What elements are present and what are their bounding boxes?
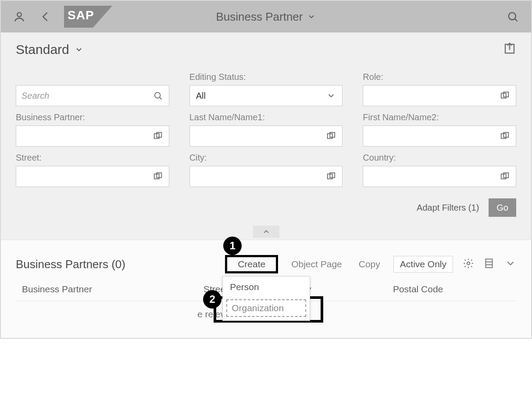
chevron-down-icon	[325, 89, 338, 102]
city-field: City:	[189, 153, 343, 187]
city-input-wrap	[189, 166, 343, 187]
user-icon[interactable]	[11, 9, 27, 25]
collapse-filterbar-button[interactable]	[253, 226, 279, 238]
street-input-wrap	[16, 166, 169, 187]
last-name-label: Last Name/Name1:	[189, 112, 343, 123]
country-label: Country:	[363, 153, 516, 163]
export-spreadsheet-icon	[484, 258, 495, 269]
chevron-up-icon	[262, 227, 271, 236]
shell-title-text: Business Partner	[216, 10, 303, 24]
export-menu-chevron[interactable]	[505, 258, 516, 271]
collapse-row	[1, 226, 531, 240]
first-name-label: First Name/Name2:	[363, 112, 516, 123]
value-help-icon[interactable]	[151, 129, 164, 143]
role-field: Role:	[363, 72, 516, 106]
sap-logo-text: SAP	[68, 8, 94, 22]
business-partner-input[interactable]	[21, 131, 151, 142]
svg-point-1	[509, 13, 516, 20]
column-header[interactable]: Business Partner	[22, 284, 168, 294]
role-input-wrap	[363, 85, 516, 106]
value-help-icon[interactable]	[498, 170, 511, 183]
first-name-input[interactable]	[368, 131, 498, 142]
annotation-badge-1: 1	[223, 237, 242, 255]
business-partner-field: Business Partner:	[16, 112, 169, 147]
svg-line-2	[515, 19, 518, 22]
svg-point-0	[17, 13, 21, 17]
first-name-input-wrap	[363, 126, 516, 147]
street-input[interactable]	[21, 171, 151, 182]
value-help-icon[interactable]	[325, 129, 338, 143]
editing-status-field: Editing Status: All	[189, 72, 343, 106]
value-help-icon[interactable]	[498, 129, 511, 143]
role-input[interactable]	[368, 90, 498, 101]
last-name-input-wrap	[189, 126, 343, 147]
create-menu-person[interactable]: Person	[223, 276, 310, 298]
search-icon[interactable]	[151, 89, 164, 102]
adapt-filters-button[interactable]: Adapt Filters (1)	[417, 203, 479, 213]
last-name-field: Last Name/Name1:	[189, 112, 343, 147]
editing-status-value: All	[194, 91, 325, 101]
filter-footer: Adapt Filters (1) Go	[16, 187, 516, 221]
search-field	[16, 72, 169, 106]
export-button[interactable]	[484, 258, 495, 271]
role-label: Role:	[363, 72, 516, 83]
city-label: City:	[189, 153, 343, 163]
app-frame: SAP Business Partner Standard	[0, 0, 532, 339]
object-page-button[interactable]: Object Page	[288, 257, 346, 271]
annotation-badge-2: 2	[203, 290, 221, 309]
create-menu: Person Organization	[222, 276, 310, 321]
column-header[interactable]: Postal Code	[393, 284, 510, 294]
go-button[interactable]: Go	[489, 198, 516, 217]
city-input[interactable]	[194, 171, 325, 182]
share-button[interactable]	[503, 42, 516, 57]
search-input[interactable]	[21, 90, 151, 101]
search-icon[interactable]	[505, 9, 521, 25]
annotation-box-1: Create	[225, 255, 278, 273]
create-button[interactable]: Create	[234, 257, 269, 271]
active-only-toggle[interactable]: Active Only	[393, 256, 453, 273]
value-help-icon[interactable]	[498, 89, 511, 102]
variant-label: Standard	[16, 42, 69, 57]
sap-logo: SAP	[64, 6, 112, 28]
first-name-field: First Name/Name2:	[363, 112, 516, 147]
editing-status-select[interactable]: All	[189, 85, 343, 106]
street-field: Street:	[16, 153, 169, 187]
table-section: Business Partners (0) 1 Create Person Or…	[1, 240, 531, 338]
gear-icon	[463, 258, 474, 269]
search-label	[16, 72, 169, 83]
filter-bar: Editing Status: All Role:	[1, 60, 531, 226]
copy-button[interactable]: Copy	[355, 257, 384, 271]
country-input-wrap	[363, 166, 516, 187]
chevron-down-icon	[307, 12, 316, 21]
value-help-icon[interactable]	[151, 170, 164, 183]
svg-point-20	[467, 262, 470, 265]
business-partner-input-wrap	[16, 126, 169, 147]
settings-button[interactable]	[463, 258, 474, 271]
shell-header: SAP Business Partner	[1, 1, 531, 32]
country-field: Country:	[363, 153, 516, 187]
chevron-down-icon	[75, 45, 83, 54]
svg-line-5	[159, 97, 161, 100]
create-menu-organization[interactable]: Organization	[226, 299, 306, 317]
street-label: Street:	[16, 153, 169, 163]
svg-rect-21	[486, 259, 492, 268]
chevron-down-icon	[505, 258, 516, 269]
value-help-icon[interactable]	[325, 170, 338, 183]
business-partner-label: Business Partner:	[16, 112, 169, 123]
page-header: Standard	[1, 32, 531, 60]
create-button-wrapper: 1 Create Person Organization 2	[225, 255, 278, 273]
svg-point-4	[154, 93, 160, 98]
country-input[interactable]	[368, 171, 498, 182]
editing-status-label: Editing Status:	[189, 72, 343, 83]
last-name-input[interactable]	[194, 131, 325, 142]
search-input-wrap	[16, 85, 169, 106]
shell-left: SAP	[11, 6, 112, 28]
table-title: Business Partners (0)	[16, 258, 125, 271]
shell-title-dropdown[interactable]: Business Partner	[216, 10, 316, 24]
variant-selector[interactable]: Standard	[16, 42, 83, 57]
back-icon[interactable]	[38, 9, 54, 25]
table-toolbar: Business Partners (0) 1 Create Person Or…	[16, 255, 516, 273]
